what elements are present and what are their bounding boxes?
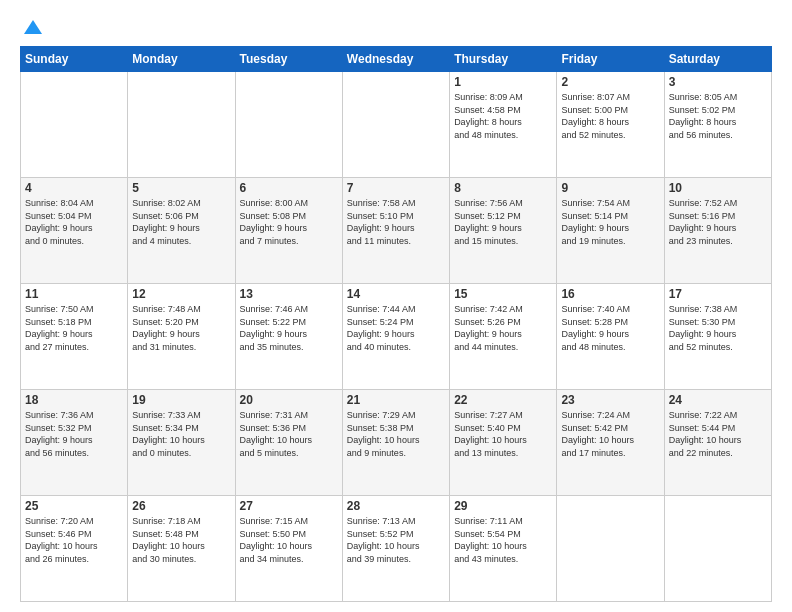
day-number: 28: [347, 499, 445, 513]
calendar-cell: 1Sunrise: 8:09 AM Sunset: 4:58 PM Daylig…: [450, 72, 557, 178]
day-info: Sunrise: 8:02 AM Sunset: 5:06 PM Dayligh…: [132, 197, 230, 247]
header: [20, 16, 772, 38]
day-info: Sunrise: 8:09 AM Sunset: 4:58 PM Dayligh…: [454, 91, 552, 141]
day-number: 17: [669, 287, 767, 301]
calendar-cell: 21Sunrise: 7:29 AM Sunset: 5:38 PM Dayli…: [342, 390, 449, 496]
calendar-cell: [664, 496, 771, 602]
day-number: 6: [240, 181, 338, 195]
day-number: 2: [561, 75, 659, 89]
day-number: 10: [669, 181, 767, 195]
weekday-header-monday: Monday: [128, 47, 235, 72]
calendar-cell: [557, 496, 664, 602]
day-info: Sunrise: 7:50 AM Sunset: 5:18 PM Dayligh…: [25, 303, 123, 353]
calendar-cell: 23Sunrise: 7:24 AM Sunset: 5:42 PM Dayli…: [557, 390, 664, 496]
calendar-cell: [342, 72, 449, 178]
calendar-cell: 3Sunrise: 8:05 AM Sunset: 5:02 PM Daylig…: [664, 72, 771, 178]
day-number: 1: [454, 75, 552, 89]
day-info: Sunrise: 7:58 AM Sunset: 5:10 PM Dayligh…: [347, 197, 445, 247]
calendar-cell: 6Sunrise: 8:00 AM Sunset: 5:08 PM Daylig…: [235, 178, 342, 284]
day-info: Sunrise: 7:31 AM Sunset: 5:36 PM Dayligh…: [240, 409, 338, 459]
day-info: Sunrise: 7:27 AM Sunset: 5:40 PM Dayligh…: [454, 409, 552, 459]
day-info: Sunrise: 7:22 AM Sunset: 5:44 PM Dayligh…: [669, 409, 767, 459]
calendar-cell: [128, 72, 235, 178]
day-number: 8: [454, 181, 552, 195]
day-number: 22: [454, 393, 552, 407]
calendar-cell: 5Sunrise: 8:02 AM Sunset: 5:06 PM Daylig…: [128, 178, 235, 284]
logo: [20, 16, 44, 38]
calendar-cell: 28Sunrise: 7:13 AM Sunset: 5:52 PM Dayli…: [342, 496, 449, 602]
day-number: 24: [669, 393, 767, 407]
day-number: 14: [347, 287, 445, 301]
day-info: Sunrise: 7:29 AM Sunset: 5:38 PM Dayligh…: [347, 409, 445, 459]
calendar-cell: 27Sunrise: 7:15 AM Sunset: 5:50 PM Dayli…: [235, 496, 342, 602]
day-number: 5: [132, 181, 230, 195]
day-info: Sunrise: 8:07 AM Sunset: 5:00 PM Dayligh…: [561, 91, 659, 141]
day-info: Sunrise: 7:36 AM Sunset: 5:32 PM Dayligh…: [25, 409, 123, 459]
calendar-cell: 16Sunrise: 7:40 AM Sunset: 5:28 PM Dayli…: [557, 284, 664, 390]
calendar-cell: 26Sunrise: 7:18 AM Sunset: 5:48 PM Dayli…: [128, 496, 235, 602]
calendar-cell: 25Sunrise: 7:20 AM Sunset: 5:46 PM Dayli…: [21, 496, 128, 602]
day-info: Sunrise: 7:48 AM Sunset: 5:20 PM Dayligh…: [132, 303, 230, 353]
calendar-cell: 9Sunrise: 7:54 AM Sunset: 5:14 PM Daylig…: [557, 178, 664, 284]
calendar-cell: 10Sunrise: 7:52 AM Sunset: 5:16 PM Dayli…: [664, 178, 771, 284]
day-info: Sunrise: 7:24 AM Sunset: 5:42 PM Dayligh…: [561, 409, 659, 459]
day-info: Sunrise: 7:54 AM Sunset: 5:14 PM Dayligh…: [561, 197, 659, 247]
day-number: 12: [132, 287, 230, 301]
day-number: 19: [132, 393, 230, 407]
calendar-cell: 12Sunrise: 7:48 AM Sunset: 5:20 PM Dayli…: [128, 284, 235, 390]
weekday-header-tuesday: Tuesday: [235, 47, 342, 72]
day-info: Sunrise: 7:44 AM Sunset: 5:24 PM Dayligh…: [347, 303, 445, 353]
calendar-cell: [235, 72, 342, 178]
calendar-table: SundayMondayTuesdayWednesdayThursdayFrid…: [20, 46, 772, 602]
day-info: Sunrise: 8:04 AM Sunset: 5:04 PM Dayligh…: [25, 197, 123, 247]
day-number: 9: [561, 181, 659, 195]
calendar-cell: 24Sunrise: 7:22 AM Sunset: 5:44 PM Dayli…: [664, 390, 771, 496]
calendar-cell: 13Sunrise: 7:46 AM Sunset: 5:22 PM Dayli…: [235, 284, 342, 390]
day-info: Sunrise: 7:42 AM Sunset: 5:26 PM Dayligh…: [454, 303, 552, 353]
weekday-header-thursday: Thursday: [450, 47, 557, 72]
weekday-header-wednesday: Wednesday: [342, 47, 449, 72]
weekday-header-saturday: Saturday: [664, 47, 771, 72]
day-number: 7: [347, 181, 445, 195]
logo-icon: [22, 16, 44, 38]
day-info: Sunrise: 8:00 AM Sunset: 5:08 PM Dayligh…: [240, 197, 338, 247]
day-info: Sunrise: 7:46 AM Sunset: 5:22 PM Dayligh…: [240, 303, 338, 353]
day-info: Sunrise: 7:38 AM Sunset: 5:30 PM Dayligh…: [669, 303, 767, 353]
day-number: 11: [25, 287, 123, 301]
day-info: Sunrise: 7:40 AM Sunset: 5:28 PM Dayligh…: [561, 303, 659, 353]
day-number: 23: [561, 393, 659, 407]
day-number: 18: [25, 393, 123, 407]
day-number: 3: [669, 75, 767, 89]
day-info: Sunrise: 7:11 AM Sunset: 5:54 PM Dayligh…: [454, 515, 552, 565]
calendar-cell: 19Sunrise: 7:33 AM Sunset: 5:34 PM Dayli…: [128, 390, 235, 496]
day-info: Sunrise: 7:18 AM Sunset: 5:48 PM Dayligh…: [132, 515, 230, 565]
day-info: Sunrise: 7:33 AM Sunset: 5:34 PM Dayligh…: [132, 409, 230, 459]
day-info: Sunrise: 7:56 AM Sunset: 5:12 PM Dayligh…: [454, 197, 552, 247]
day-number: 16: [561, 287, 659, 301]
day-info: Sunrise: 8:05 AM Sunset: 5:02 PM Dayligh…: [669, 91, 767, 141]
calendar-cell: 4Sunrise: 8:04 AM Sunset: 5:04 PM Daylig…: [21, 178, 128, 284]
calendar-cell: 22Sunrise: 7:27 AM Sunset: 5:40 PM Dayli…: [450, 390, 557, 496]
day-number: 13: [240, 287, 338, 301]
day-number: 29: [454, 499, 552, 513]
weekday-header-friday: Friday: [557, 47, 664, 72]
calendar-cell: [21, 72, 128, 178]
calendar-cell: 11Sunrise: 7:50 AM Sunset: 5:18 PM Dayli…: [21, 284, 128, 390]
day-number: 15: [454, 287, 552, 301]
day-info: Sunrise: 7:52 AM Sunset: 5:16 PM Dayligh…: [669, 197, 767, 247]
day-number: 4: [25, 181, 123, 195]
weekday-header-sunday: Sunday: [21, 47, 128, 72]
calendar-cell: 29Sunrise: 7:11 AM Sunset: 5:54 PM Dayli…: [450, 496, 557, 602]
svg-marker-0: [24, 20, 42, 34]
calendar-cell: 7Sunrise: 7:58 AM Sunset: 5:10 PM Daylig…: [342, 178, 449, 284]
calendar-cell: 14Sunrise: 7:44 AM Sunset: 5:24 PM Dayli…: [342, 284, 449, 390]
page: SundayMondayTuesdayWednesdayThursdayFrid…: [0, 0, 792, 612]
day-number: 25: [25, 499, 123, 513]
calendar-cell: 15Sunrise: 7:42 AM Sunset: 5:26 PM Dayli…: [450, 284, 557, 390]
calendar-cell: 2Sunrise: 8:07 AM Sunset: 5:00 PM Daylig…: [557, 72, 664, 178]
day-info: Sunrise: 7:13 AM Sunset: 5:52 PM Dayligh…: [347, 515, 445, 565]
day-number: 20: [240, 393, 338, 407]
calendar-cell: 20Sunrise: 7:31 AM Sunset: 5:36 PM Dayli…: [235, 390, 342, 496]
day-number: 21: [347, 393, 445, 407]
day-info: Sunrise: 7:15 AM Sunset: 5:50 PM Dayligh…: [240, 515, 338, 565]
